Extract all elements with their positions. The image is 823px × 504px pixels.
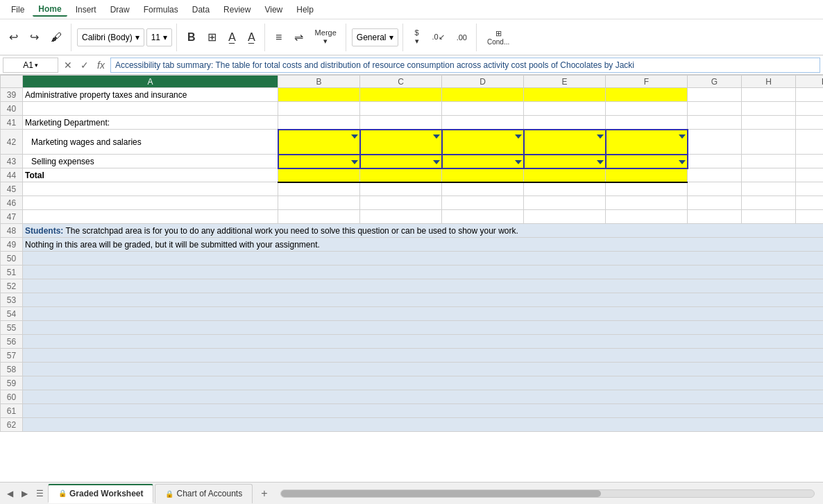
- cell-46-C[interactable]: [360, 196, 442, 210]
- font-size-dropdown[interactable]: 11 ▾: [146, 28, 172, 46]
- cell-42-G[interactable]: [688, 130, 742, 155]
- cell-42-I[interactable]: [796, 130, 824, 155]
- cell-39-F[interactable]: [606, 88, 688, 102]
- horizontal-scrollbar[interactable]: [280, 489, 815, 498]
- cell-43-A[interactable]: Selling expenses: [23, 155, 278, 168]
- cell-46-B[interactable]: [278, 196, 360, 210]
- increase-decimal-button[interactable]: .00: [452, 25, 472, 50]
- cell-46-I[interactable]: [796, 196, 824, 210]
- borders-button[interactable]: ⊞: [203, 25, 221, 50]
- cell-45-H[interactable]: [742, 182, 796, 196]
- cell-41-C[interactable]: [360, 116, 442, 130]
- font-color-button[interactable]: A̲: [243, 25, 260, 50]
- cell-43-B[interactable]: [278, 155, 360, 168]
- cell-47-A[interactable]: [23, 210, 278, 224]
- tab-add-button[interactable]: +: [254, 485, 274, 503]
- cell-45-I[interactable]: [796, 182, 824, 196]
- cell-47-E[interactable]: [524, 210, 606, 224]
- cell-reference-box[interactable]: A1 ▾: [3, 58, 58, 73]
- cell-46-D[interactable]: [442, 196, 524, 210]
- cell-39-D[interactable]: [442, 88, 524, 102]
- cell-45-E[interactable]: [524, 182, 606, 196]
- sheet-grid[interactable]: A B C D E F G H I 39 Administrative prop…: [0, 75, 823, 482]
- merge-button[interactable]: Merge ▾: [310, 25, 341, 50]
- cell-44-F[interactable]: [606, 168, 688, 182]
- cell-40-A[interactable]: [23, 102, 278, 116]
- cell-45-B[interactable]: [278, 182, 360, 196]
- cell-42-F[interactable]: [606, 130, 688, 155]
- menu-view[interactable]: View: [259, 3, 288, 16]
- align-button[interactable]: ≡: [271, 25, 287, 50]
- col-header-B[interactable]: B: [278, 76, 360, 88]
- wrap-button[interactable]: ⇌: [289, 25, 308, 50]
- cell-39-H[interactable]: [742, 88, 796, 102]
- cell-43-I[interactable]: [796, 155, 824, 168]
- cell-40-G[interactable]: [688, 102, 742, 116]
- redo-button[interactable]: ↪: [25, 25, 44, 50]
- cell-43-H[interactable]: [742, 155, 796, 168]
- col-header-I[interactable]: I: [796, 76, 824, 88]
- col-header-F[interactable]: F: [606, 76, 688, 88]
- decrease-decimal-button[interactable]: .0↙: [427, 25, 450, 50]
- cell-41-A[interactable]: Marketing Department:: [23, 116, 278, 130]
- col-header-G[interactable]: G: [688, 76, 742, 88]
- cell-43-C[interactable]: [360, 155, 442, 168]
- menu-home[interactable]: Home: [33, 3, 67, 17]
- cell-39-I[interactable]: [796, 88, 824, 102]
- cell-43-D[interactable]: [442, 155, 524, 168]
- menu-insert[interactable]: Insert: [70, 3, 102, 16]
- cell-47-D[interactable]: [442, 210, 524, 224]
- cell-40-B[interactable]: [278, 102, 360, 116]
- cell-44-H[interactable]: [742, 168, 796, 182]
- formula-cancel-icon[interactable]: ✕: [61, 58, 75, 72]
- col-header-E[interactable]: E: [524, 76, 606, 88]
- cell-40-I[interactable]: [796, 102, 824, 116]
- menu-formulas[interactable]: Formulas: [138, 3, 184, 16]
- cell-43-F[interactable]: [606, 155, 688, 168]
- cell-47-C[interactable]: [360, 210, 442, 224]
- cell-47-G[interactable]: [688, 210, 742, 224]
- col-header-D[interactable]: D: [442, 76, 524, 88]
- fill-color-button[interactable]: A̲: [223, 25, 241, 50]
- cell-49-A[interactable]: Nothing in this area will be graded, but…: [23, 238, 824, 252]
- cell-42-B[interactable]: [278, 130, 360, 155]
- format-painter-button[interactable]: 🖌: [46, 25, 67, 50]
- tab-nav-left[interactable]: ◀: [3, 486, 17, 501]
- cell-39-A[interactable]: Administrative property taxes and insura…: [23, 88, 278, 102]
- cell-43-G[interactable]: [688, 155, 742, 168]
- cell-44-B[interactable]: [278, 168, 360, 182]
- currency-button[interactable]: $ ▾: [409, 25, 425, 50]
- cell-41-D[interactable]: [442, 116, 524, 130]
- cell-45-A[interactable]: [23, 182, 278, 196]
- menu-data[interactable]: Data: [187, 3, 215, 16]
- cell-45-G[interactable]: [688, 182, 742, 196]
- cell-45-D[interactable]: [442, 182, 524, 196]
- cell-44-C[interactable]: [360, 168, 442, 182]
- cell-40-C[interactable]: [360, 102, 442, 116]
- cell-42-C[interactable]: [360, 130, 442, 155]
- cell-41-G[interactable]: [688, 116, 742, 130]
- tab-nav-right[interactable]: ▶: [17, 486, 32, 501]
- cell-43-E[interactable]: [524, 155, 606, 168]
- cell-41-H[interactable]: [742, 116, 796, 130]
- cell-40-H[interactable]: [742, 102, 796, 116]
- cell-39-G[interactable]: [688, 88, 742, 102]
- cell-41-I[interactable]: [796, 116, 824, 130]
- conditional-format-button[interactable]: ⊞ Cond...: [482, 25, 514, 50]
- menu-help[interactable]: Help: [291, 3, 319, 16]
- cell-46-A[interactable]: [23, 196, 278, 210]
- cell-42-A[interactable]: Marketing wages and salaries: [23, 130, 278, 155]
- cell-40-F[interactable]: [606, 102, 688, 116]
- cell-44-E[interactable]: [524, 168, 606, 182]
- cell-44-D[interactable]: [442, 168, 524, 182]
- cell-39-E[interactable]: [524, 88, 606, 102]
- cell-40-E[interactable]: [524, 102, 606, 116]
- cell-44-I[interactable]: [796, 168, 824, 182]
- cell-39-C[interactable]: [360, 88, 442, 102]
- menu-draw[interactable]: Draw: [105, 3, 135, 16]
- cell-44-A[interactable]: Total: [23, 168, 278, 182]
- col-header-C[interactable]: C: [360, 76, 442, 88]
- cell-46-G[interactable]: [688, 196, 742, 210]
- col-header-H[interactable]: H: [742, 76, 796, 88]
- cell-46-H[interactable]: [742, 196, 796, 210]
